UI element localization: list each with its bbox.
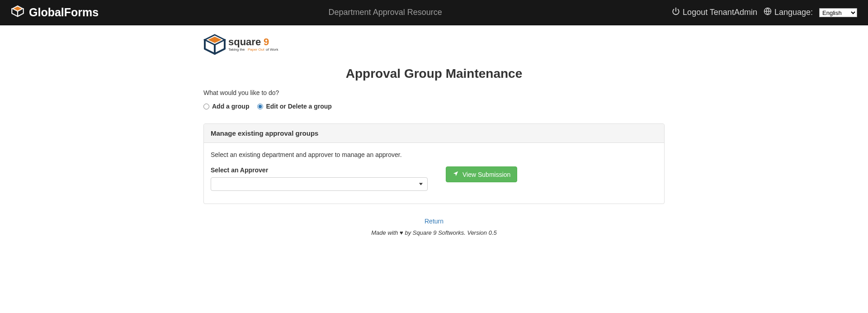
language-section: Language:	[764, 7, 813, 18]
return-link[interactable]: Return	[203, 218, 665, 225]
language-label: Language:	[774, 8, 813, 17]
page-title: Approval Group Maintenance	[203, 66, 665, 81]
footer-note: Made with ♥ by Square 9 Softworks. Versi…	[203, 229, 665, 236]
svg-text:Paper Out: Paper Out	[248, 47, 264, 52]
panel-help-text: Select an existing department and approv…	[211, 151, 657, 158]
radio-edit-group[interactable]: Edit or Delete a group	[257, 103, 331, 110]
top-navbar: GlobalForms Department Approval Resource…	[0, 0, 868, 25]
power-icon	[672, 7, 680, 18]
svg-text:square: square	[228, 36, 261, 47]
approver-label: Select an Approver	[211, 166, 428, 174]
approver-column: Select an Approver	[211, 166, 428, 191]
square9-logo: square 9 Taking the Paper Out of Work	[203, 33, 665, 58]
brand[interactable]: GlobalForms	[11, 5, 99, 21]
panel-heading: Manage existing approval groups	[204, 124, 664, 143]
svg-text:9: 9	[264, 36, 269, 47]
approver-dropdown[interactable]	[211, 177, 428, 191]
cursor-arrow-icon	[453, 171, 459, 178]
prompt-text: What would you like to do?	[203, 89, 665, 96]
svg-text:Taking the: Taking the	[228, 47, 245, 52]
globe-icon	[764, 7, 772, 18]
form-row: Select an Approver View Submission	[211, 166, 657, 191]
manage-panel: Manage existing approval groups Select a…	[203, 123, 665, 204]
logout-label: Logout TenantAdmin	[683, 8, 757, 17]
panel-body: Select an existing department and approv…	[204, 143, 664, 204]
view-submission-button[interactable]: View Submission	[446, 166, 517, 182]
main-container: square 9 Taking the Paper Out of Work Ap…	[203, 25, 665, 236]
svg-text:of Work: of Work	[266, 47, 278, 52]
action-radio-group: Add a group Edit or Delete a group	[203, 103, 665, 110]
logout-link[interactable]: Logout TenantAdmin	[672, 7, 757, 18]
view-submission-label: View Submission	[462, 171, 510, 178]
radio-edit-group-label: Edit or Delete a group	[266, 103, 331, 110]
brand-text: GlobalForms	[29, 6, 99, 19]
radio-add-group-input[interactable]	[203, 104, 209, 109]
radio-add-group[interactable]: Add a group	[203, 103, 249, 110]
submission-column: View Submission	[446, 166, 657, 182]
language-select[interactable]: English	[819, 8, 857, 17]
radio-edit-group-input[interactable]	[257, 104, 263, 109]
navbar-title: Department Approval Resource	[99, 8, 672, 17]
brand-logo-icon	[11, 5, 24, 21]
radio-add-group-label: Add a group	[212, 103, 249, 110]
navbar-right: Logout TenantAdmin Language: English	[672, 7, 857, 18]
